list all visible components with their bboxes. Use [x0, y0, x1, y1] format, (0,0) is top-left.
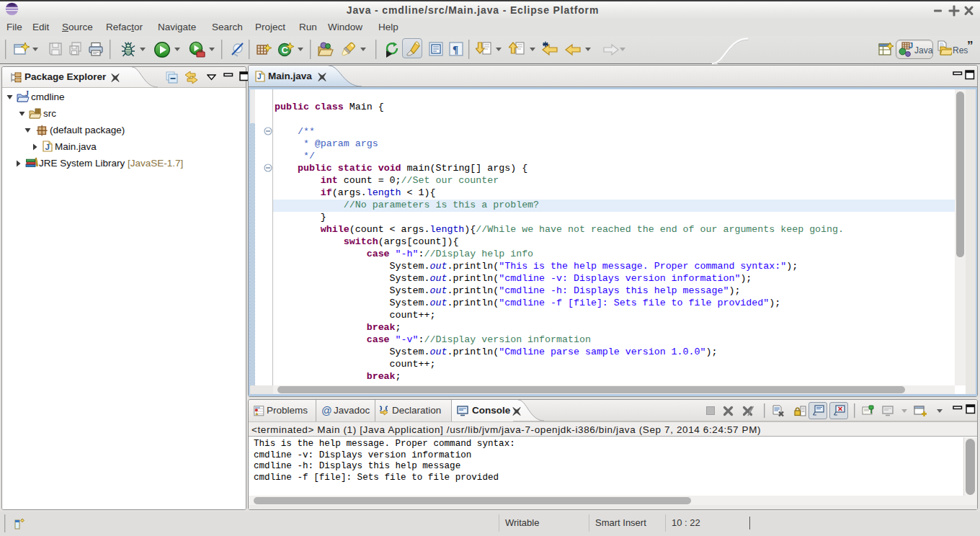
svg-text:J: J — [45, 143, 49, 151]
svg-text:¶: ¶ — [453, 44, 458, 55]
svg-text:J: J — [257, 73, 262, 81]
svg-text:J: J — [25, 91, 29, 97]
svg-text:J: J — [909, 42, 913, 50]
